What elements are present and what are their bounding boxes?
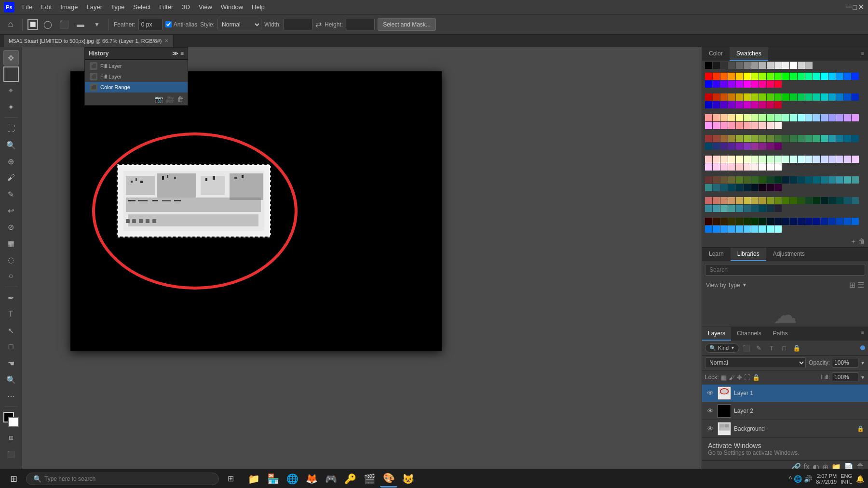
color-swatch[interactable] xyxy=(852,73,859,80)
color-swatch[interactable] xyxy=(782,135,789,142)
filter-shape-icon[interactable]: □ xyxy=(779,343,789,353)
more-tools-btn[interactable]: ⋯ xyxy=(3,388,19,404)
lock-all-icon[interactable]: 🔒 xyxy=(752,374,760,381)
color-swatch[interactable] xyxy=(844,135,851,142)
close-btn[interactable]: ✕ xyxy=(858,2,864,12)
menu-window[interactable]: Window xyxy=(217,2,247,12)
color-swatch[interactable] xyxy=(821,135,828,142)
fg-bg-colors[interactable] xyxy=(3,412,19,427)
grayscale-swatch[interactable] xyxy=(767,62,774,69)
color-swatch[interactable] xyxy=(790,135,797,142)
grayscale-swatch[interactable] xyxy=(774,62,782,69)
color-swatch[interactable] xyxy=(805,176,813,184)
color-swatch[interactable] xyxy=(713,73,720,80)
color-swatch[interactable] xyxy=(790,156,797,163)
color-swatch[interactable] xyxy=(744,114,751,121)
color-swatch[interactable] xyxy=(720,205,728,212)
color-swatch[interactable] xyxy=(720,156,728,163)
color-swatch[interactable] xyxy=(828,73,836,80)
color-swatch[interactable] xyxy=(705,122,712,129)
list-view-btn[interactable]: ☰ xyxy=(857,280,864,290)
color-swatch[interactable] xyxy=(774,184,782,191)
color-swatch[interactable] xyxy=(720,80,728,88)
maximize-btn[interactable]: □ xyxy=(853,3,857,11)
swap-icon[interactable]: ⇄ xyxy=(315,20,322,29)
color-swatch[interactable] xyxy=(790,114,797,121)
color-swatch[interactable] xyxy=(813,156,820,163)
color-swatch[interactable] xyxy=(705,218,712,225)
anti-alias-checkbox[interactable] xyxy=(165,21,172,27)
color-swatch[interactable] xyxy=(759,93,766,101)
color-swatch[interactable] xyxy=(736,197,743,204)
channels-tab[interactable]: Channels xyxy=(731,327,767,341)
eraser-tool[interactable]: ⊘ xyxy=(3,219,19,235)
color-swatch[interactable] xyxy=(759,114,766,121)
color-swatch[interactable] xyxy=(805,73,813,80)
color-swatch[interactable] xyxy=(728,93,735,101)
color-swatch[interactable] xyxy=(805,114,813,121)
swatches-delete-btn[interactable]: 🗑 xyxy=(858,237,865,245)
color-swatch[interactable] xyxy=(751,205,759,212)
color-swatch[interactable] xyxy=(736,143,743,150)
color-swatch[interactable] xyxy=(759,135,766,142)
learn-tab[interactable]: Learn xyxy=(702,248,731,261)
color-swatch[interactable] xyxy=(713,114,720,121)
text-tool[interactable]: T xyxy=(3,306,19,322)
color-swatch[interactable] xyxy=(728,156,735,163)
color-swatch[interactable] xyxy=(751,101,759,108)
menu-filter[interactable]: Filter xyxy=(155,2,177,12)
grayscale-swatch[interactable] xyxy=(713,62,720,69)
firefox-icon[interactable]: 🦊 xyxy=(303,470,320,488)
filter-pixel-icon[interactable]: ⬛ xyxy=(741,343,752,353)
color-swatch[interactable] xyxy=(774,205,782,212)
color-swatch[interactable] xyxy=(720,135,728,142)
color-swatch[interactable] xyxy=(736,225,743,233)
color-swatch[interactable] xyxy=(705,156,712,163)
color-swatch[interactable] xyxy=(759,80,766,88)
brush-tool[interactable]: 🖌 xyxy=(3,170,19,185)
color-swatch[interactable] xyxy=(720,197,728,204)
color-swatch[interactable] xyxy=(844,156,851,163)
color-swatch[interactable] xyxy=(774,135,782,142)
background-visibility-icon[interactable]: 👁 xyxy=(706,425,715,433)
color-swatch[interactable] xyxy=(774,225,782,233)
color-swatch[interactable] xyxy=(705,73,712,80)
color-swatch[interactable] xyxy=(705,197,712,204)
color-swatch[interactable] xyxy=(844,197,851,204)
color-swatch[interactable] xyxy=(705,93,712,101)
color-swatch[interactable] xyxy=(767,143,774,150)
color-swatch[interactable] xyxy=(751,143,759,150)
color-swatch[interactable] xyxy=(713,135,720,142)
color-swatch[interactable] xyxy=(767,156,774,163)
color-swatch[interactable] xyxy=(852,114,859,121)
shape-tool[interactable]: □ xyxy=(3,339,19,355)
grayscale-swatch[interactable] xyxy=(782,62,789,69)
color-swatch[interactable] xyxy=(736,135,743,142)
layers-menu-btn[interactable]: ≡ xyxy=(857,327,868,341)
color-swatch[interactable] xyxy=(705,205,712,212)
color-swatch[interactable] xyxy=(767,93,774,101)
color-swatch[interactable] xyxy=(751,114,759,121)
color-swatch[interactable] xyxy=(736,73,743,80)
color-swatch[interactable] xyxy=(759,205,766,212)
color-swatch[interactable] xyxy=(759,156,766,163)
color-swatch[interactable] xyxy=(736,218,743,225)
color-swatch[interactable] xyxy=(744,101,751,108)
swatches-tab[interactable]: Swatches xyxy=(730,47,768,61)
color-swatch[interactable] xyxy=(813,93,820,101)
color-swatch[interactable] xyxy=(836,135,843,142)
adjustments-tab[interactable]: Adjustments xyxy=(766,248,812,261)
history-menu-btn[interactable]: ≡ xyxy=(180,50,184,57)
color-swatch[interactable] xyxy=(736,93,743,101)
color-swatch[interactable] xyxy=(759,122,766,129)
color-swatch[interactable] xyxy=(705,184,712,191)
menu-edit[interactable]: Edit xyxy=(37,2,55,12)
color-swatch[interactable] xyxy=(828,176,836,184)
color-swatch[interactable] xyxy=(705,176,712,184)
color-swatch[interactable] xyxy=(813,218,820,225)
photoshop-taskbar-icon[interactable]: 🎨 xyxy=(380,470,397,488)
color-swatch[interactable] xyxy=(836,176,843,184)
color-swatch[interactable] xyxy=(751,80,759,88)
color-swatch[interactable] xyxy=(751,176,759,184)
color-swatch[interactable] xyxy=(744,197,751,204)
